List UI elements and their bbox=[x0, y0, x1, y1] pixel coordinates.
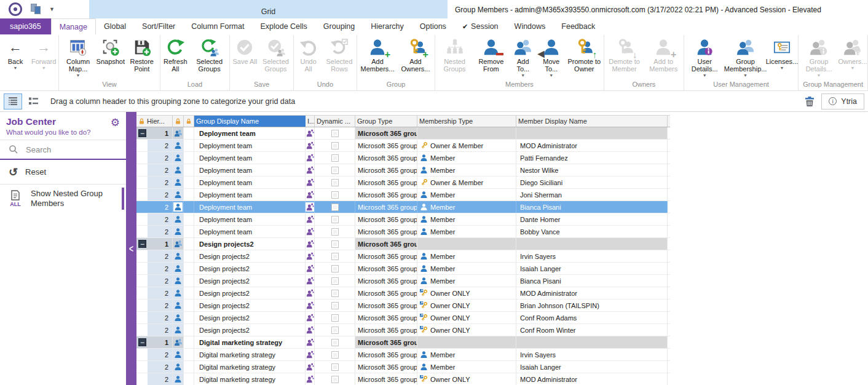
ribbon-tab[interactable]: Manage bbox=[51, 18, 96, 34]
dynamic-checkbox[interactable] bbox=[331, 302, 339, 309]
grouping-flat-view-button[interactable] bbox=[24, 93, 42, 109]
dynamic-checkbox[interactable] bbox=[331, 154, 339, 162]
grid-row[interactable]: − 2 Deployment team Microsoft 365 group bbox=[136, 164, 670, 177]
group-membership-button[interactable]: Group Membership... ▼ bbox=[724, 35, 766, 79]
ribbon-tab[interactable]: Windows bbox=[507, 18, 554, 34]
ribbon-tab[interactable]: Column Format bbox=[183, 18, 252, 34]
dynamic-checkbox[interactable] bbox=[331, 167, 339, 174]
user-details-button[interactable]: User Details... ▼ bbox=[685, 35, 724, 79]
dynamic-checkbox[interactable] bbox=[331, 179, 339, 186]
grid-row[interactable]: − 2 Deployment team Microsoft 365 group bbox=[136, 177, 670, 189]
grid-row[interactable]: − 2 Deployment team Microsoft 365 group bbox=[136, 213, 670, 226]
dynamic-checkbox[interactable] bbox=[331, 351, 339, 359]
grid-row[interactable]: − 2 Design projects2 Microsoft 365 group bbox=[136, 263, 670, 275]
dynamic-checkbox[interactable] bbox=[331, 130, 339, 137]
column-header-dynamic[interactable]: Dynamic ... bbox=[315, 116, 355, 127]
grouping-tree-view-button[interactable] bbox=[4, 93, 22, 109]
column-header-lock1[interactable] bbox=[173, 116, 184, 127]
trash-icon[interactable] bbox=[804, 96, 815, 107]
refresh-all-button[interactable]: Refresh All bbox=[161, 35, 190, 74]
ribbon-tab[interactable]: ✔ Session bbox=[454, 18, 507, 34]
dynamic-checkbox[interactable] bbox=[331, 376, 339, 383]
remove-from-button[interactable]: Remove From bbox=[473, 35, 509, 74]
dropdown-caret-icon[interactable]: ▼ bbox=[780, 66, 784, 70]
dynamic-checkbox[interactable] bbox=[331, 363, 339, 371]
reset-button[interactable]: ↺ Reset bbox=[0, 160, 126, 185]
grid-row[interactable]: − 1 Deployment team Microsoft 365 group bbox=[136, 127, 670, 140]
window-switch-icon[interactable] bbox=[31, 4, 41, 15]
dynamic-checkbox[interactable] bbox=[331, 290, 339, 297]
add-members-button[interactable]: + Add Members... bbox=[358, 35, 397, 74]
ribbon-tab[interactable]: Global bbox=[96, 18, 134, 34]
move-to-button[interactable]: ◀ Move To... ▼ bbox=[537, 35, 566, 79]
gear-icon[interactable]: ⚙ bbox=[111, 116, 120, 129]
dynamic-checkbox[interactable] bbox=[331, 216, 339, 223]
column-header-membership-type[interactable]: Membership Type bbox=[417, 116, 516, 127]
add-to-button[interactable]: Add To... ▼ bbox=[509, 35, 537, 79]
grid-row[interactable]: − 2 Deployment team Microsoft 365 group bbox=[136, 152, 670, 164]
grid-row[interactable]: − 1 Design projects2 Microsoft 365 group bbox=[136, 238, 670, 250]
sidebar-collapse-bar[interactable]: < bbox=[126, 112, 136, 385]
restore-point-button[interactable]: Restore Point bbox=[125, 35, 159, 74]
dynamic-checkbox[interactable] bbox=[331, 240, 339, 248]
column-header-hierarchy[interactable]: Hier... bbox=[136, 116, 173, 127]
dynamic-checkbox[interactable] bbox=[331, 204, 339, 211]
dynamic-checkbox[interactable] bbox=[331, 265, 339, 272]
dynamic-checkbox[interactable] bbox=[331, 142, 339, 149]
ribbon-tab[interactable]: Explode Cells bbox=[252, 18, 315, 34]
dropdown-caret-icon[interactable]: ▼ bbox=[703, 73, 707, 77]
grid-row[interactable]: − 2 Deployment team Microsoft 365 group bbox=[136, 201, 670, 213]
search-input[interactable] bbox=[26, 145, 100, 154]
ribbon-tab[interactable]: Options bbox=[412, 18, 454, 34]
ribbon-tab[interactable]: Feedback bbox=[553, 18, 603, 34]
dynamic-checkbox[interactable] bbox=[331, 228, 339, 236]
grid-row[interactable]: − 2 Deployment team Microsoft 365 group bbox=[136, 140, 670, 152]
ribbon-tab[interactable]: Sort/Filter bbox=[134, 18, 183, 34]
grid-row[interactable]: − 2 Design projects2 Microsoft 365 group bbox=[136, 300, 670, 312]
ribbon-tab[interactable]: sapio365 bbox=[0, 18, 51, 34]
collapse-toggle-icon[interactable]: − bbox=[138, 338, 146, 346]
column-header-member-display-name[interactable]: Member Display Name bbox=[516, 116, 668, 127]
dynamic-checkbox[interactable] bbox=[331, 327, 339, 334]
column-header-lock2[interactable] bbox=[184, 116, 194, 127]
dropdown-caret-icon[interactable]: ▼ bbox=[76, 73, 81, 77]
grid-row[interactable]: − 2 Deployment team Microsoft 365 group bbox=[136, 189, 670, 201]
ytria-about-button[interactable]: i Ytria bbox=[821, 93, 864, 109]
dynamic-checkbox[interactable] bbox=[331, 314, 339, 322]
refresh-selected-groups-button[interactable]: Selected Groups bbox=[190, 35, 229, 74]
job-search[interactable] bbox=[0, 140, 126, 160]
ribbon-tab[interactable]: Hierarchy bbox=[363, 18, 412, 34]
ribbon-tab[interactable]: Grouping bbox=[315, 18, 363, 34]
grid-row[interactable]: − 2 Design projects2 Microsoft 365 group bbox=[136, 275, 670, 287]
grid-row[interactable]: − 2 Deployment team Microsoft 365 group bbox=[136, 226, 670, 238]
column-header-icon[interactable]: I... bbox=[306, 116, 315, 127]
column-header-group-type[interactable]: Group Type bbox=[355, 116, 417, 127]
dropdown-caret-icon[interactable]: ▼ bbox=[521, 73, 525, 77]
dropdown-caret-icon[interactable]: ▼ bbox=[743, 73, 748, 77]
promote-to-owner-button[interactable]: ↑ Promote to Owner bbox=[566, 35, 603, 74]
dynamic-checkbox[interactable] bbox=[331, 253, 339, 260]
grid-row[interactable]: − 2 Design projects2 Microsoft 365 group bbox=[136, 324, 670, 336]
column-header-group-display-name[interactable]: Group Display Name bbox=[194, 116, 306, 127]
back-button[interactable]: ← Back ▼ bbox=[1, 35, 30, 71]
dropdown-caret-icon[interactable]: ▼ bbox=[549, 73, 553, 77]
dynamic-checkbox[interactable] bbox=[331, 277, 339, 285]
grid-row[interactable]: − 2 Digital marketing strategy Microsoft… bbox=[136, 373, 670, 385]
collapse-toggle-icon[interactable]: − bbox=[138, 240, 146, 248]
grid-row[interactable]: − 2 Design projects2 Microsoft 365 group bbox=[136, 287, 670, 300]
dropdown-caret-icon[interactable]: ▼ bbox=[14, 66, 18, 70]
grid-row[interactable]: − 2 Design projects2 Microsoft 365 group bbox=[136, 250, 670, 263]
column-map-button[interactable]: Column Map... ▼ bbox=[60, 35, 96, 79]
add-owners-button[interactable]: + Add Owners... bbox=[397, 35, 434, 74]
grid-row[interactable]: − 2 Digital marketing strategy Microsoft… bbox=[136, 361, 670, 373]
grid-row[interactable]: − 1 Digital marketing strategy Microsoft… bbox=[136, 336, 670, 349]
job-show-nested-group-members[interactable]: ALL Show Nested Group Members bbox=[0, 185, 126, 213]
snapshot-button[interactable]: Snapshot bbox=[97, 35, 125, 66]
quick-access-caret-icon[interactable]: ▼ bbox=[49, 6, 55, 12]
dynamic-checkbox[interactable] bbox=[331, 191, 339, 199]
dynamic-checkbox[interactable] bbox=[331, 339, 339, 346]
licenses-button[interactable]: Licenses... ▼ bbox=[767, 35, 797, 71]
collapse-toggle-icon[interactable]: − bbox=[138, 129, 146, 137]
grid-row[interactable]: − 2 Design projects2 Microsoft 365 group bbox=[136, 312, 670, 324]
grid-row[interactable]: − 2 Digital marketing strategy Microsoft… bbox=[136, 349, 670, 361]
